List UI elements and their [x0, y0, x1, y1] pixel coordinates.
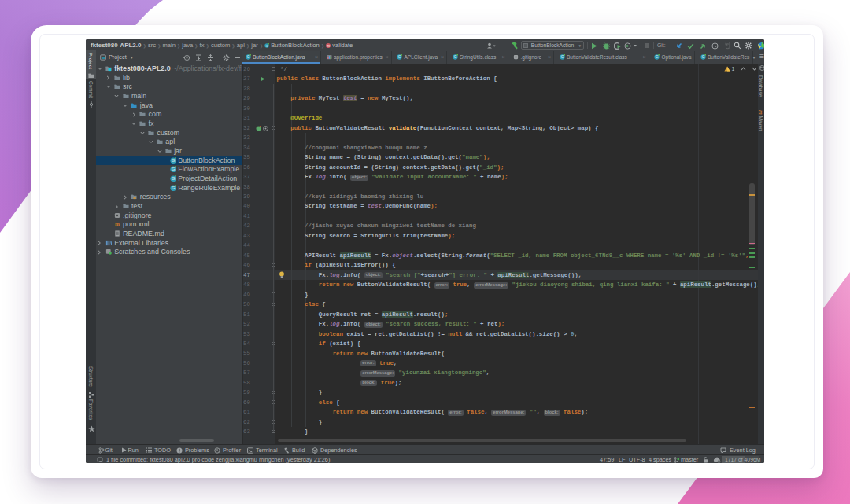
svg-text:G: G: [246, 55, 249, 59]
svg-text:G: G: [453, 55, 456, 59]
svg-text:G: G: [701, 55, 704, 59]
svg-text:G: G: [656, 55, 659, 59]
svg-text:G: G: [172, 167, 176, 172]
svg-text:m: m: [327, 44, 330, 48]
svg-text:G: G: [172, 158, 176, 163]
svg-text:G: G: [398, 55, 401, 59]
svg-text:G: G: [560, 55, 564, 59]
svg-text:m: m: [115, 222, 120, 228]
svg-text:G: G: [172, 186, 176, 190]
svg-text:G: G: [266, 44, 268, 48]
svg-text:G: G: [172, 177, 176, 182]
